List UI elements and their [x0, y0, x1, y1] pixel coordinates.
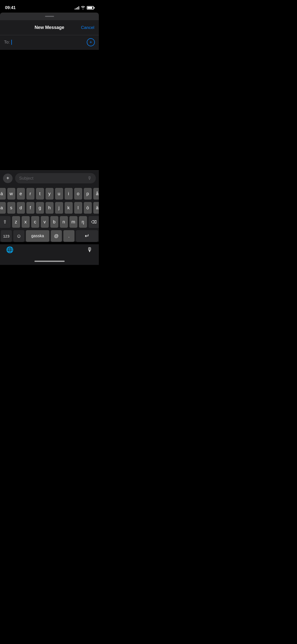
key-p[interactable]: p	[84, 188, 92, 199]
add-recipient-button[interactable]: +	[87, 38, 95, 46]
key-a-umlaut[interactable]: ä	[93, 202, 99, 214]
key-b[interactable]: b	[50, 216, 58, 228]
keyboard-row-1: á w e r t y u i o p å	[1, 188, 98, 199]
mic-bottom-icon[interactable]: 🎙	[87, 246, 93, 253]
drag-handle	[45, 16, 54, 17]
keyboard: á w e r t y u i o p å a s d f g h j k l …	[0, 186, 99, 242]
drag-handle-area	[0, 13, 99, 20]
space-key[interactable]: gasska	[26, 230, 49, 242]
key-u[interactable]: u	[55, 188, 63, 199]
key-at[interactable]: @	[51, 230, 62, 242]
subject-input-container[interactable]: Subject 🎙	[15, 173, 96, 183]
status-bar: 09:41	[0, 0, 99, 13]
emoji-key[interactable]: ☺	[13, 230, 24, 242]
key-123[interactable]: 123	[1, 230, 12, 242]
keyboard-row-3: ⇧ z x c v b n m ŋ ⌫	[1, 216, 98, 228]
plus-icon: +	[6, 175, 9, 181]
to-cursor	[11, 40, 12, 45]
subject-placeholder: Subject	[19, 176, 33, 181]
message-body[interactable]	[0, 50, 99, 170]
key-m[interactable]: m	[69, 216, 77, 228]
key-z[interactable]: z	[12, 216, 20, 228]
cancel-button[interactable]: Cancel	[81, 25, 94, 30]
key-x[interactable]: x	[22, 216, 30, 228]
key-i[interactable]: i	[65, 188, 73, 199]
key-w[interactable]: w	[7, 188, 15, 199]
key-f[interactable]: f	[26, 202, 34, 214]
keyboard-row-2: a s d f g h j k l ö ä	[1, 202, 98, 214]
key-dot[interactable]: .	[63, 230, 74, 242]
key-d[interactable]: d	[17, 202, 25, 214]
key-g[interactable]: g	[36, 202, 44, 214]
return-key[interactable]: ↵	[76, 230, 98, 242]
delete-key[interactable]: ⌫	[89, 216, 99, 228]
globe-icon[interactable]: 🌐	[6, 246, 14, 253]
mic-icon[interactable]: 🎙	[87, 176, 92, 181]
key-a-ring[interactable]: å	[93, 188, 99, 199]
key-y[interactable]: y	[46, 188, 54, 199]
home-indicator	[0, 257, 99, 265]
key-j[interactable]: j	[55, 202, 63, 214]
key-t[interactable]: t	[36, 188, 44, 199]
key-s[interactable]: s	[7, 202, 15, 214]
key-o[interactable]: o	[74, 188, 82, 199]
key-n[interactable]: n	[60, 216, 68, 228]
compose-area: + Subject 🎙	[0, 170, 99, 186]
nav-title: New Message	[34, 25, 64, 30]
to-field-left: To:	[4, 40, 87, 45]
shift-key[interactable]: ⇧	[0, 216, 11, 228]
wifi-icon	[81, 6, 85, 10]
key-r[interactable]: r	[26, 188, 34, 199]
bottom-bar: 🌐 🎙	[0, 244, 99, 257]
key-eng[interactable]: ŋ	[79, 216, 87, 228]
nav-bar: New Message Cancel	[0, 20, 99, 35]
to-field-container: To: +	[0, 35, 99, 50]
key-a-acute[interactable]: á	[0, 188, 6, 199]
key-e[interactable]: e	[17, 188, 25, 199]
battery-icon	[87, 6, 94, 10]
status-icons	[75, 6, 94, 10]
key-h[interactable]: h	[46, 202, 54, 214]
key-c[interactable]: c	[31, 216, 39, 228]
plus-icon: +	[90, 40, 92, 45]
key-o-umlaut[interactable]: ö	[84, 202, 92, 214]
key-a[interactable]: a	[0, 202, 6, 214]
signal-icon	[75, 6, 79, 10]
status-time: 09:41	[5, 5, 16, 10]
home-bar	[34, 261, 65, 262]
keyboard-row-4: 123 ☺ gasska @ . ↵	[1, 230, 98, 242]
add-attachment-button[interactable]: +	[3, 174, 13, 183]
key-l[interactable]: l	[74, 202, 82, 214]
key-k[interactable]: k	[65, 202, 73, 214]
key-v[interactable]: v	[41, 216, 49, 228]
to-label: To:	[4, 40, 10, 45]
